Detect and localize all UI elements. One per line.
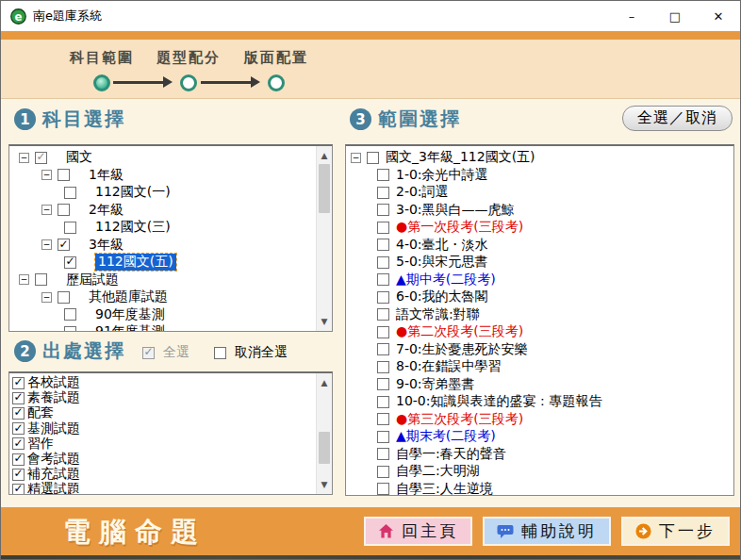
source-list-item[interactable]: 素養試題 (9, 390, 316, 405)
tree-checkbox[interactable] (58, 239, 70, 251)
tree-checkbox[interactable] (377, 239, 389, 251)
tree-checkbox[interactable] (377, 378, 389, 390)
tree-row[interactable]: 語文常識:對聯 (346, 306, 733, 324)
tree-row[interactable]: 91年度基測 (9, 323, 316, 331)
tree-row[interactable]: 自學三:人生逆境 (346, 481, 733, 496)
tree-checkbox[interactable] (64, 256, 76, 269)
step-circle-1[interactable] (93, 74, 110, 91)
collapse-icon[interactable]: − (19, 153, 29, 163)
tree-row[interactable]: 112國文(五) (9, 254, 316, 272)
tree-row[interactable]: 3-0:黑與白——虎鯨 (346, 202, 733, 220)
minimize-button[interactable]: – (610, 1, 653, 31)
tree-checkbox[interactable] (377, 483, 389, 495)
tree-row[interactable]: −2年級 (9, 202, 316, 220)
tree-checkbox[interactable] (377, 448, 389, 460)
tree-checkbox[interactable] (377, 361, 389, 373)
tree-row[interactable]: 2-0:詞選 (346, 184, 733, 202)
tree-row[interactable]: 自學二:大明湖 (346, 463, 733, 481)
scroll-down-icon[interactable]: ▼ (317, 314, 332, 329)
tree-checkbox[interactable] (377, 204, 389, 216)
tree-checkbox[interactable] (377, 396, 389, 408)
source-item-checkbox[interactable] (12, 407, 25, 420)
help-button[interactable]: 輔助說明 (483, 517, 611, 546)
tree-checkbox[interactable] (58, 291, 70, 304)
tree-row[interactable]: −3年級 (9, 237, 316, 255)
tree-row[interactable]: 1-0:余光中詩選 (346, 167, 733, 185)
tree-row[interactable]: 5-0:與宋元思書 (346, 254, 733, 272)
tree-checkbox[interactable] (64, 187, 76, 199)
tree-row[interactable]: −其他題庫試題 (9, 288, 316, 306)
step-circle-3[interactable] (268, 74, 285, 91)
collapse-icon[interactable]: − (41, 205, 52, 215)
tree-checkbox[interactable] (377, 222, 389, 234)
tree-checkbox[interactable] (377, 431, 389, 443)
tree-row[interactable]: 自學一:春天的聲音 (346, 446, 733, 464)
tree-checkbox[interactable] (377, 273, 389, 286)
tree-checkbox[interactable] (367, 152, 379, 164)
select-all-checkbox[interactable] (142, 347, 155, 359)
tree-row[interactable]: −國文 (9, 149, 316, 167)
tree-checkbox[interactable] (377, 291, 389, 304)
source-list-item[interactable]: 補充試題 (9, 467, 316, 482)
tree-checkbox[interactable] (377, 308, 389, 321)
tree-checkbox[interactable] (58, 169, 70, 181)
source-item-checkbox[interactable] (12, 484, 25, 494)
tree-checkbox[interactable] (64, 308, 76, 321)
tree-row[interactable]: −1年級 (9, 167, 316, 185)
tree-row[interactable]: 4-0:臺北・淡水 (346, 237, 733, 255)
close-button[interactable]: ✕ (697, 1, 740, 31)
tree-row[interactable]: 10-0:知識與表達的盛宴：專題報告 (346, 393, 733, 411)
tree-row[interactable]: −國文_3年級_112國文(五) (346, 149, 733, 167)
tree-checkbox[interactable] (377, 343, 389, 355)
deselect-all-checkbox-group[interactable]: 取消全選 (214, 344, 288, 361)
source-list-scrollbar[interactable]: ▲ ▼ (316, 373, 332, 494)
tree-checkbox[interactable] (64, 326, 76, 331)
deselect-all-checkbox[interactable] (214, 347, 226, 359)
scroll-up-icon[interactable]: ▲ (317, 375, 332, 390)
next-step-button[interactable]: 下一步 (621, 517, 730, 546)
scrollbar-thumb[interactable] (319, 432, 330, 464)
tree-row[interactable]: 7-0:生於憂患死於安樂 (346, 341, 733, 359)
tree-row[interactable]: 112國文(三) (9, 219, 316, 237)
scroll-up-icon[interactable]: ▲ (317, 148, 332, 163)
source-list-item[interactable]: 配套 (9, 405, 316, 420)
tree-row[interactable]: 112國文(一) (9, 184, 316, 202)
source-item-checkbox[interactable] (12, 392, 25, 404)
source-list-item[interactable]: 精選試題 (9, 482, 316, 494)
collapse-icon[interactable]: − (19, 274, 29, 285)
tree-checkbox[interactable] (35, 273, 47, 286)
step-circle-2[interactable] (180, 74, 197, 91)
collapse-icon[interactable]: − (41, 239, 52, 250)
tree-row[interactable]: 8-0:在錯誤中學習 (346, 358, 733, 376)
source-item-checkbox[interactable] (12, 377, 25, 389)
tree-checkbox[interactable] (377, 256, 389, 269)
source-list-item[interactable]: 會考試題 (9, 452, 316, 467)
tree-checkbox[interactable] (377, 326, 389, 338)
tree-checkbox[interactable] (35, 152, 47, 164)
subject-tree-scrollbar[interactable]: ▲ ▼ (316, 146, 332, 331)
tree-row[interactable]: ●第二次段考(三段考) (346, 323, 733, 341)
tree-checkbox[interactable] (377, 169, 389, 181)
tree-row[interactable]: ▲期中考(二段考) (346, 272, 733, 289)
source-item-checkbox[interactable] (12, 453, 25, 466)
tree-row[interactable]: ▲期末考(二段考) (346, 428, 733, 446)
source-list-item[interactable]: 習作 (9, 436, 316, 452)
tree-row[interactable]: 90年度基測 (9, 306, 316, 324)
tree-row[interactable]: 9-0:寄弟墨書 (346, 376, 733, 394)
tree-checkbox[interactable] (377, 413, 389, 425)
source-list-item[interactable]: 基測試題 (9, 421, 316, 436)
tree-row[interactable]: ●第一次段考(三段考) (346, 219, 733, 237)
source-item-checkbox[interactable] (12, 469, 25, 481)
collapse-icon[interactable]: − (41, 292, 52, 303)
tree-checkbox[interactable] (377, 466, 389, 478)
source-list-item[interactable]: 各校試題 (9, 375, 316, 390)
source-item-checkbox[interactable] (12, 437, 25, 450)
scroll-down-icon[interactable]: ▼ (317, 477, 332, 492)
maximize-button[interactable]: □ (653, 1, 697, 31)
select-all-toggle-button[interactable]: 全選／取消 (622, 106, 733, 131)
tree-row[interactable]: ●第三次段考(三段考) (346, 411, 733, 429)
tree-row[interactable]: −歷屆試題 (9, 272, 316, 289)
select-all-checkbox-group[interactable]: 全選 (142, 344, 189, 361)
tree-row[interactable]: 6-0:我的太魯閣 (346, 288, 733, 306)
home-button[interactable]: 回主頁 (364, 517, 472, 546)
